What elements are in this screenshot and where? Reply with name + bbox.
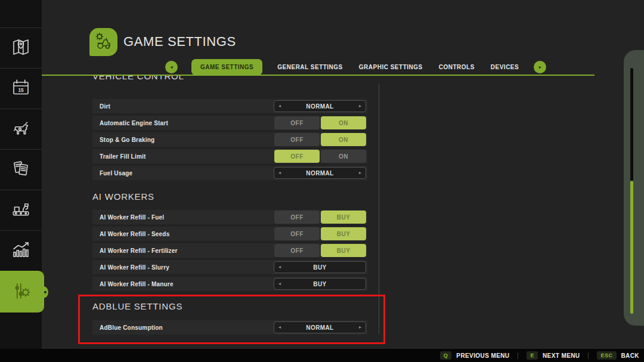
toggle-option-off[interactable]: OFF bbox=[274, 211, 320, 224]
sidebar-item-statistics[interactable] bbox=[0, 230, 42, 271]
key-esc-badge: ESC bbox=[597, 351, 616, 360]
setting-label: Stop & Go Braking bbox=[100, 137, 154, 143]
toggle-option-off[interactable]: OFF bbox=[274, 244, 320, 257]
shortcut-previous-menu[interactable]: Q PREVIOUS MENU bbox=[440, 351, 510, 360]
list-scrollbar[interactable] bbox=[379, 83, 379, 334]
sidebar-item-calendar[interactable]: 15 bbox=[0, 68, 42, 109]
automatic-engine-start-toggle: OFF ON bbox=[274, 116, 366, 129]
setting-label: AI Worker Refill - Seeds bbox=[100, 231, 169, 237]
arrow-right-icon[interactable]: ▸ bbox=[359, 325, 361, 330]
arrow-left-icon[interactable]: ◂ bbox=[278, 104, 281, 109]
setting-row-ai-refill-slurry: AI Worker Refill - Slurry ◂ BUY ▸ bbox=[92, 260, 367, 274]
selector-value: NORMAL bbox=[306, 170, 333, 177]
toggle-option-off[interactable]: OFF bbox=[274, 150, 320, 163]
section-adblue-settings: AdBlue Consumption ◂ NORMAL ▸ bbox=[92, 320, 367, 335]
tractor-gear-icon bbox=[94, 31, 114, 54]
scroll-indicator[interactable] bbox=[624, 50, 644, 326]
toggle-option-on[interactable]: ON bbox=[321, 133, 366, 146]
ai-refill-fuel-toggle: OFF BUY bbox=[274, 211, 366, 224]
setting-label: AI Worker Refill - Fuel bbox=[100, 214, 164, 221]
selector-value: NORMAL bbox=[306, 103, 333, 110]
sidebar: 15 bbox=[0, 0, 42, 362]
toggle-option-off[interactable]: OFF bbox=[274, 116, 320, 129]
active-item-notch bbox=[39, 286, 48, 298]
ai-refill-seeds-toggle: OFF BUY bbox=[274, 227, 366, 240]
toggle-option-off[interactable]: OFF bbox=[274, 133, 320, 146]
section-vehicle-control: Dirt ◂ NORMAL ▸ Automatic Engine Start O… bbox=[92, 99, 367, 180]
stats-chart-icon bbox=[10, 239, 32, 263]
tab-graphic-settings[interactable]: GRAPHIC SETTINGS bbox=[358, 59, 424, 75]
sidebar-item-production[interactable] bbox=[0, 190, 42, 230]
tab-controls[interactable]: CONTROLS bbox=[438, 59, 476, 75]
setting-label: AI Worker Refill - Slurry bbox=[100, 264, 169, 271]
svg-text:15: 15 bbox=[18, 87, 24, 92]
key-e-badge: E bbox=[527, 351, 538, 360]
dirt-selector[interactable]: ◂ NORMAL ▸ bbox=[274, 100, 366, 112]
section-title-adblue-settings: ADBLUE SETTINGS bbox=[92, 301, 367, 313]
arrow-left-icon[interactable]: ◂ bbox=[278, 265, 281, 270]
setting-label: AdBlue Consumption bbox=[100, 324, 163, 331]
ai-refill-manure-selector[interactable]: ◂ BUY ▸ bbox=[274, 278, 366, 290]
footer-divider bbox=[518, 352, 518, 359]
section-title-ai-workers: AI WORKERS bbox=[92, 191, 367, 203]
active-item-dot bbox=[44, 291, 47, 293]
sidebar-spacer bbox=[0, 0, 42, 27]
shortcut-back[interactable]: ESC BACK bbox=[597, 351, 639, 360]
setting-label: Automatic Engine Start bbox=[100, 120, 168, 126]
setting-label: AI Worker Refill - Manure bbox=[100, 281, 174, 287]
sidebar-item-animals[interactable] bbox=[0, 109, 42, 149]
arrow-left-icon[interactable]: ◂ bbox=[278, 171, 281, 175]
settings-list: VEHICLE CONTROL Dirt ◂ NORMAL ▸ Automati… bbox=[79, 76, 367, 335]
footer-bar: Q PREVIOUS MENU E NEXT MENU ESC BACK bbox=[0, 349, 644, 362]
setting-label: Dirt bbox=[100, 103, 110, 110]
toggle-option-buy[interactable]: BUY bbox=[321, 211, 366, 224]
toggle-option-buy[interactable]: BUY bbox=[321, 227, 366, 240]
shortcut-next-menu[interactable]: E NEXT MENU bbox=[527, 351, 580, 360]
toggle-option-buy[interactable]: BUY bbox=[321, 244, 366, 257]
setting-label: Trailer Fill Limit bbox=[100, 153, 146, 160]
toggle-option-on[interactable]: ON bbox=[321, 150, 366, 163]
setting-row-adblue-consumption: AdBlue Consumption ◂ NORMAL ▸ bbox=[92, 320, 367, 335]
cow-icon bbox=[10, 117, 32, 141]
setting-row-ai-refill-fertilizer: AI Worker Refill - Fertilizer OFF BUY bbox=[92, 243, 367, 258]
ai-refill-fertilizer-toggle: OFF BUY bbox=[274, 244, 366, 257]
sidebar-item-settings[interactable] bbox=[0, 271, 44, 313]
selector-value: BUY bbox=[313, 281, 326, 287]
tab-bar: ◂ GAME SETTINGS GENERAL SETTINGS GRAPHIC… bbox=[165, 58, 546, 75]
setting-label: Fuel Usage bbox=[100, 170, 132, 177]
tab-game-settings[interactable]: GAME SETTINGS bbox=[191, 59, 262, 75]
production-icon bbox=[10, 199, 32, 222]
scroll-thumb[interactable] bbox=[630, 181, 633, 314]
setting-row-dirt: Dirt ◂ NORMAL ▸ bbox=[92, 99, 367, 113]
settings-scroll-area[interactable]: VEHICLE CONTROL Dirt ◂ NORMAL ▸ Automati… bbox=[79, 76, 385, 348]
arrow-left-icon[interactable]: ◂ bbox=[278, 325, 281, 330]
sidebar-item-map[interactable] bbox=[0, 27, 42, 68]
setting-row-trailer-fill-limit: Trailer Fill Limit OFF ON bbox=[92, 149, 367, 163]
arrow-right-icon[interactable]: ▸ bbox=[359, 171, 361, 175]
toggle-option-on[interactable]: ON bbox=[321, 116, 366, 129]
page-icon-badge bbox=[89, 28, 117, 56]
calendar-icon: 15 bbox=[10, 77, 32, 101]
setting-label: AI Worker Refill - Fertilizer bbox=[100, 247, 178, 254]
page-title: GAME SETTINGS bbox=[123, 34, 236, 49]
tabs-scroll-right-button[interactable]: ▸ bbox=[534, 61, 546, 73]
fuel-usage-selector[interactable]: ◂ NORMAL ▸ bbox=[274, 167, 366, 179]
arrow-left-icon[interactable]: ◂ bbox=[278, 281, 281, 286]
arrow-right-icon[interactable]: ▸ bbox=[359, 104, 361, 109]
documents-icon bbox=[10, 158, 32, 182]
trailer-fill-limit-toggle: OFF ON bbox=[274, 150, 366, 163]
toggle-option-off[interactable]: OFF bbox=[274, 227, 320, 240]
sidebar-item-contracts[interactable] bbox=[0, 149, 42, 190]
tab-devices[interactable]: DEVICES bbox=[490, 59, 520, 75]
adblue-consumption-selector[interactable]: ◂ NORMAL ▸ bbox=[274, 321, 366, 333]
footer-divider bbox=[588, 352, 589, 359]
setting-row-ai-refill-fuel: AI Worker Refill - Fuel OFF BUY bbox=[92, 210, 367, 224]
arrow-left-icon: ◂ bbox=[170, 64, 172, 70]
selector-value: NORMAL bbox=[306, 324, 333, 331]
tab-general-settings[interactable]: GENERAL SETTINGS bbox=[276, 59, 344, 75]
key-q-badge: Q bbox=[440, 351, 452, 360]
stop-go-braking-toggle: OFF ON bbox=[274, 133, 366, 146]
shortcut-label: NEXT MENU bbox=[543, 352, 580, 359]
ai-refill-slurry-selector[interactable]: ◂ BUY ▸ bbox=[274, 261, 366, 273]
tabs-scroll-left-button[interactable]: ◂ bbox=[165, 61, 178, 73]
